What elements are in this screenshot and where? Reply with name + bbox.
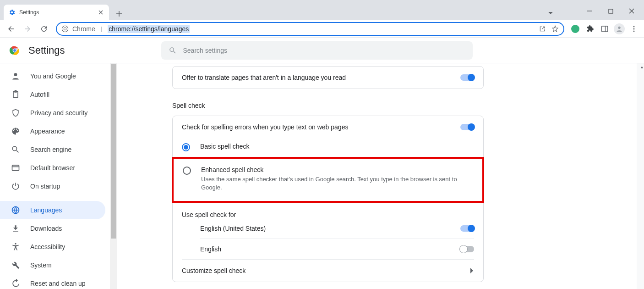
omnibox-separator: | [101, 25, 102, 32]
omnibox-label: Chrome [72, 25, 95, 33]
sidebar-item-languages[interactable]: Languages [0, 201, 105, 219]
spell-check-card: Check for spelling errors when you type … [172, 116, 484, 282]
lang-label: English (United States) [200, 225, 266, 232]
enhanced-spell-desc: Uses the same spell checker that's used … [201, 175, 473, 192]
radio-selected-icon[interactable] [182, 143, 190, 151]
spell-check-heading: Spell check [172, 102, 484, 109]
translate-card: Offer to translate pages that aren't in … [172, 66, 484, 89]
chrome-logo-icon [9, 45, 20, 56]
spell-lang-en-us: English (United States) [173, 218, 483, 239]
person-icon [11, 72, 20, 81]
svg-rect-0 [609, 9, 613, 13]
browser-tab[interactable]: Settings [4, 5, 109, 20]
sidebar-item-search-engine[interactable]: Search engine [0, 140, 105, 159]
search-icon [11, 145, 20, 154]
sidebar-item-on-startup[interactable]: On startup [0, 177, 105, 195]
forward-button[interactable] [20, 22, 35, 36]
translate-toggle[interactable] [460, 74, 474, 81]
spell-check-toggle[interactable] [460, 124, 474, 130]
profile-avatar[interactable] [613, 22, 626, 35]
share-icon[interactable] [539, 25, 546, 33]
sidebar-label: Autofill [30, 91, 49, 98]
translate-label: Offer to translate pages that aren't in … [182, 74, 346, 81]
address-bar[interactable]: Chrome | chrome://settings/languages [56, 22, 564, 36]
lang-en-us-toggle[interactable] [460, 225, 474, 232]
sidepanel-icon[interactable] [598, 22, 611, 35]
page-title: Settings [28, 44, 65, 56]
sidebar-item-appearance[interactable]: Appearance [0, 122, 105, 140]
omnibox-url: chrome://settings/languages [108, 25, 190, 33]
svg-point-1 [62, 26, 68, 32]
settings-header: Settings [0, 38, 644, 63]
palette-icon [11, 127, 20, 136]
sidebar-item-you-and-google[interactable]: You and Google [0, 67, 105, 85]
sidebar-label: Search engine [30, 146, 71, 153]
sidebar-label: Appearance [30, 128, 65, 135]
download-icon [11, 224, 20, 233]
tab-strip: Settings [0, 4, 644, 20]
radio-unselected-icon[interactable] [183, 167, 191, 175]
sidebar-item-system[interactable]: System [0, 256, 105, 274]
sidebar-item-accessibility[interactable]: Accessibility [0, 238, 105, 256]
search-input[interactable] [183, 47, 465, 54]
window-close-button[interactable] [621, 4, 642, 18]
svg-rect-13 [12, 165, 19, 171]
enhanced-spell-label: Enhanced spell check [201, 166, 473, 173]
clipboard-icon [11, 90, 20, 99]
accessibility-icon [11, 242, 20, 251]
chrome-icon [61, 25, 69, 33]
sidebar-label: You and Google [30, 72, 76, 80]
enhanced-spell-check-option[interactable]: Enhanced spell check Uses the same spell… [174, 161, 482, 196]
chevron-right-icon [470, 268, 474, 273]
customize-label: Customize spell check [182, 267, 246, 274]
sidebar-label: Default browser [30, 164, 75, 172]
sidebar-label: Languages [30, 206, 62, 214]
svg-point-5 [618, 26, 620, 28]
bookmark-icon[interactable] [551, 25, 559, 33]
spell-lang-en: English [173, 239, 483, 259]
window-titlebar [0, 0, 644, 4]
sidebar-item-reset[interactable]: Reset and clean up [0, 274, 105, 289]
basic-spell-check-option[interactable]: Basic spell check [173, 138, 483, 156]
customize-spell-check-row[interactable]: Customize spell check [173, 260, 483, 282]
minimize-button[interactable] [579, 4, 600, 18]
settings-sidebar: You and Google Autofill Privacy and secu… [0, 63, 109, 289]
sidebar-scrollbar[interactable] [110, 63, 117, 289]
browser-icon [11, 163, 20, 172]
lang-label: English [200, 245, 221, 253]
shield-icon [11, 108, 20, 117]
close-icon[interactable] [97, 9, 104, 16]
back-button[interactable] [4, 22, 18, 36]
sidebar-item-autofill[interactable]: Autofill [0, 85, 105, 104]
wrench-icon [11, 261, 20, 270]
sidebar-item-downloads[interactable]: Downloads [0, 219, 105, 238]
menu-icon[interactable] [628, 22, 640, 35]
sidebar-item-default-browser[interactable]: Default browser [0, 159, 105, 177]
sidebar-label: Privacy and security [30, 109, 87, 117]
power-icon [11, 182, 20, 191]
reload-button[interactable] [37, 22, 51, 36]
settings-main: Offer to translate pages that aren't in … [117, 63, 644, 289]
scrollbar-thumb[interactable] [111, 64, 116, 239]
sidebar-label: Downloads [30, 225, 62, 232]
svg-point-16 [15, 243, 16, 245]
basic-spell-label: Basic spell check [200, 143, 249, 150]
extensions-icon[interactable] [584, 22, 596, 35]
search-settings[interactable] [161, 41, 473, 60]
maximize-button[interactable] [600, 4, 621, 18]
sidebar-item-privacy[interactable]: Privacy and security [0, 104, 105, 122]
svg-point-7 [633, 28, 635, 29]
main-scrollbar[interactable]: ▴ [637, 63, 644, 289]
restore-icon [11, 279, 20, 288]
svg-rect-3 [601, 26, 608, 32]
globe-icon [11, 206, 20, 215]
sidebar-label: Reset and clean up [30, 280, 86, 287]
spell-toggle-label: Check for spelling errors when you type … [182, 123, 348, 131]
sidebar-label: On startup [30, 183, 60, 190]
extension-dot[interactable] [569, 22, 582, 35]
tab-search-button[interactable] [544, 6, 557, 19]
use-spell-check-for-label: Use spell check for [173, 204, 483, 218]
scroll-up-icon[interactable]: ▴ [641, 64, 643, 69]
lang-en-toggle[interactable] [460, 246, 474, 252]
new-tab-button[interactable] [113, 7, 126, 20]
